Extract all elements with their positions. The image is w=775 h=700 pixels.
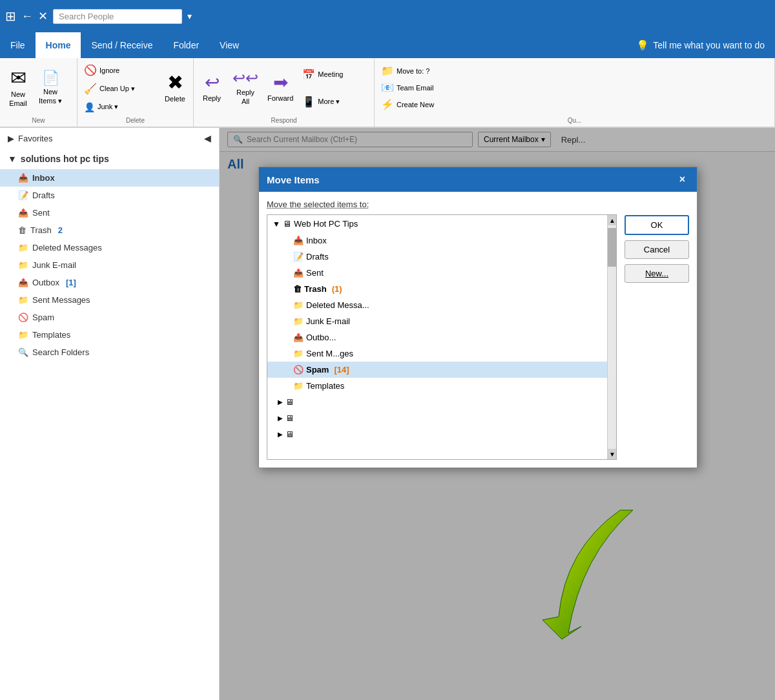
junk-button[interactable]: 👤 Junk ▾ xyxy=(80,101,158,114)
search-people-input[interactable]: Search People xyxy=(53,9,182,24)
meeting-button[interactable]: 📅 Meeting xyxy=(298,67,371,82)
scroll-down-button[interactable]: ▼ xyxy=(608,449,617,459)
nav-close-btn[interactable]: ✕ xyxy=(38,9,48,23)
menu-view[interactable]: View xyxy=(209,32,249,58)
sidebar-folder-search[interactable]: 🔍 Search Folders xyxy=(0,344,219,361)
ribbon-group-quick-label: Qu... xyxy=(377,116,772,127)
search-dropdown-arrow[interactable]: ▾ xyxy=(187,11,192,21)
tree-sub-1[interactable]: ▶ 🖥 xyxy=(267,394,616,410)
tree-scrollbar[interactable]: ▲ ▼ xyxy=(607,215,616,459)
forward-button[interactable]: ➡ Forward xyxy=(264,61,297,116)
tree-item-templates[interactable]: 📁 Templates xyxy=(267,378,616,394)
sidebar-folder-sent-messages[interactable]: 📁 Sent Messages xyxy=(0,291,219,309)
ribbon-group-new: ✉ NewEmail 📄 NewItems ▾ New xyxy=(0,58,78,127)
sidebar-collapse-icon[interactable]: ◀ xyxy=(204,133,211,143)
tree-item-sent-messages[interactable]: 📁 Sent M...ges xyxy=(267,345,616,362)
folder-tree[interactable]: ▼ 🖥 Web Hot PC Tips ▲ ▼ 📥 xyxy=(267,214,617,460)
tree-item-sent[interactable]: 📤 Sent xyxy=(267,265,616,281)
sidebar-folder-inbox[interactable]: 📥 Inbox xyxy=(0,169,219,187)
favorites-header[interactable]: ▶ Favorites ◀ xyxy=(0,128,219,149)
templates-label: Templates xyxy=(32,330,70,340)
menu-home[interactable]: Home xyxy=(36,32,81,58)
move-to-button[interactable]: 📁 Move to: ? xyxy=(377,63,772,78)
outbox-badge: [1] xyxy=(66,278,76,287)
cleanup-button[interactable]: 🧹 Clean Up ▾ xyxy=(80,81,158,96)
tree-item-inbox[interactable]: 📥 Inbox xyxy=(267,232,616,249)
tree-root-collapse[interactable]: ▼ xyxy=(273,220,280,229)
tree-item-trash[interactable]: 🗑 Trash (1) xyxy=(267,281,616,297)
tree-item-outbox-icon: 📤 xyxy=(293,333,304,342)
more-button[interactable]: 📱 More ▾ xyxy=(298,94,371,109)
sidebar-folder-drafts[interactable]: 📝 Drafts xyxy=(0,187,219,204)
tree-item-templates-icon: 📁 xyxy=(293,381,304,391)
dialog-right-panel: OK Cancel New... xyxy=(625,200,689,460)
new-items-button[interactable]: 📄 NewItems ▾ xyxy=(35,61,66,116)
team-email-button[interactable]: 📧 Team Email xyxy=(377,80,772,95)
tell-me-area[interactable]: 💡 Tell me what you want to do xyxy=(626,32,775,58)
tree-sub-2-expand[interactable]: ▶ xyxy=(278,415,283,422)
dialog-ok-button[interactable]: OK xyxy=(625,215,689,235)
deleted-label: Deleted Messages xyxy=(32,243,102,252)
sidebar-folder-spam[interactable]: 🚫 Spam xyxy=(0,309,219,326)
sidebar-folder-junk[interactable]: 📁 Junk E-mail xyxy=(0,256,219,274)
tree-item-junk[interactable]: 📁 Junk E-mail xyxy=(267,313,616,329)
menu-folder[interactable]: Folder xyxy=(163,32,209,58)
tree-item-sent-messages-label: Sent M...ges xyxy=(306,349,353,358)
ribbon: ✉ NewEmail 📄 NewItems ▾ New 🚫 Ignore 🧹 C… xyxy=(0,58,775,128)
scroll-up-button[interactable]: ▲ xyxy=(608,215,617,225)
tree-root-label: Web Hot PC Tips xyxy=(294,219,358,229)
more-icon: 📱 xyxy=(302,96,315,108)
reply-all-icon: ↩↩ xyxy=(232,70,258,86)
tree-root-item[interactable]: ▼ 🖥 Web Hot PC Tips ▲ ▼ xyxy=(267,215,616,232)
tree-root-icon: 🖥 xyxy=(283,219,291,229)
app-icon: ⊞ xyxy=(5,8,16,24)
tree-sub-3-expand[interactable]: ▶ xyxy=(278,431,283,438)
tree-sub-3[interactable]: ▶ 🖥 xyxy=(267,426,616,442)
scroll-thumb[interactable] xyxy=(608,228,617,267)
junk-label: Junk E-mail xyxy=(32,260,76,270)
tree-item-spam[interactable]: 🚫 Spam [14] xyxy=(267,362,616,378)
tree-item-sent-label: Sent xyxy=(306,268,324,278)
reply-button[interactable]: ↩ Reply xyxy=(196,61,227,116)
meeting-icon: 📅 xyxy=(302,68,315,81)
reply-all-button[interactable]: ↩↩ ReplyAll xyxy=(229,61,262,116)
sent-label: Sent xyxy=(32,208,50,218)
tree-item-deleted[interactable]: 📁 Deleted Messa... xyxy=(267,297,616,313)
account-header[interactable]: ▼ solutions hot pc tips xyxy=(0,149,219,169)
cleanup-icon: 🧹 xyxy=(84,83,97,95)
deleted-icon: 📁 xyxy=(18,243,28,252)
sidebar-folder-trash[interactable]: 🗑 Trash 2 xyxy=(0,221,219,239)
tree-sub-1-expand[interactable]: ▶ xyxy=(278,398,283,406)
reply-icon: ↩ xyxy=(205,74,220,92)
sidebar-folder-deleted[interactable]: 📁 Deleted Messages xyxy=(0,239,219,256)
menu-file[interactable]: File xyxy=(0,32,36,58)
tree-item-outbox-label: Outbo... xyxy=(306,333,336,342)
tree-item-spam-badge: [14] xyxy=(334,365,349,375)
new-email-button[interactable]: ✉ NewEmail xyxy=(3,61,34,116)
forward-icon: ➡ xyxy=(273,74,288,92)
create-new-icon: ⚡ xyxy=(381,98,394,110)
bulb-icon: 💡 xyxy=(636,39,649,52)
delete-button[interactable]: ✖ Delete xyxy=(160,61,191,116)
tree-item-drafts-label: Drafts xyxy=(306,252,329,262)
dialog-cancel-button[interactable]: Cancel xyxy=(625,240,689,259)
sidebar-folder-sent[interactable]: 📤 Sent xyxy=(0,204,219,221)
tree-item-outbox[interactable]: 📤 Outbo... xyxy=(267,329,616,345)
ribbon-group-new-label: New xyxy=(3,116,74,127)
nav-back-btn[interactable]: ← xyxy=(21,10,33,23)
ignore-button[interactable]: 🚫 Ignore xyxy=(80,63,158,77)
tree-item-drafts[interactable]: 📝 Drafts xyxy=(267,249,616,265)
create-new-button[interactable]: ⚡ Create New xyxy=(377,97,772,112)
dialog-new-button[interactable]: New... xyxy=(625,264,689,283)
junk-icon: 👤 xyxy=(84,102,95,112)
tree-item-trash-icon: 🗑 xyxy=(293,284,302,294)
sidebar-folder-templates[interactable]: 📁 Templates xyxy=(0,326,219,344)
menu-send-receive[interactable]: Send / Receive xyxy=(81,32,163,58)
sidebar-folder-outbox[interactable]: 📤 Outbox [1] xyxy=(0,274,219,291)
ribbon-group-delete: 🚫 Ignore 🧹 Clean Up ▾ 👤 Junk ▾ ✖ Delete … xyxy=(78,58,194,127)
tree-sub-2[interactable]: ▶ 🖥 xyxy=(267,410,616,426)
dialog-close-button[interactable]: × xyxy=(676,172,689,187)
tree-item-inbox-icon: 📥 xyxy=(293,236,304,245)
tree-item-spam-icon: 🚫 xyxy=(293,365,304,375)
new-email-icon: ✉ xyxy=(10,68,26,88)
